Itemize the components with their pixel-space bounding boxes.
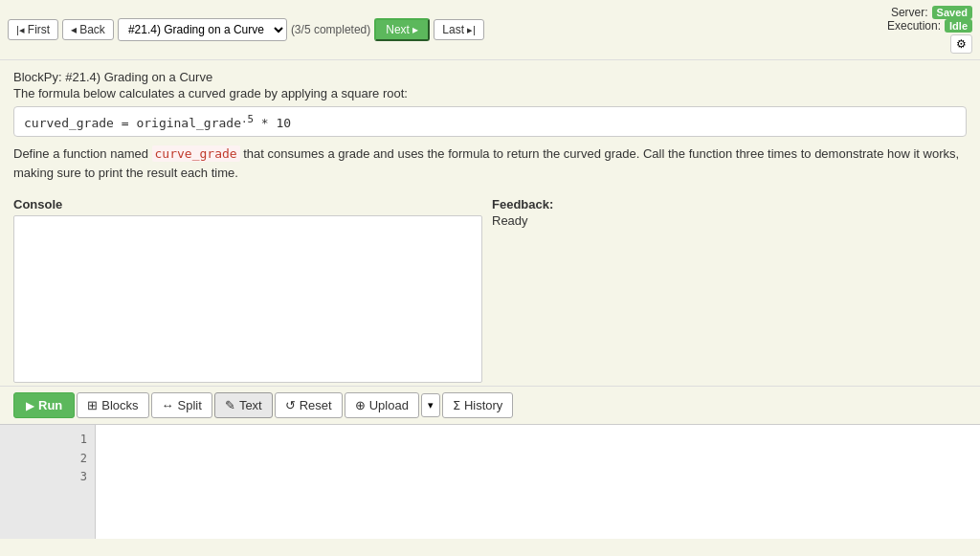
first-button[interactable]: |◂ First bbox=[8, 19, 58, 40]
split-label: Split bbox=[178, 398, 202, 412]
formula-text: curved_grade = original_grade bbox=[24, 116, 241, 130]
settings-button[interactable]: ⚙ bbox=[950, 34, 972, 54]
last-button[interactable]: Last ▸| bbox=[434, 19, 484, 40]
block-py-label: BlockPy: bbox=[13, 70, 62, 84]
first-icon: |◂ bbox=[16, 24, 25, 36]
feedback-section: Feedback: Ready bbox=[492, 197, 967, 386]
upload-icon bbox=[355, 398, 366, 412]
code-reference: curve_grade bbox=[152, 145, 240, 162]
text-label: Text bbox=[239, 398, 262, 412]
block-title: BlockPy: #21.4) Grading on a Curve bbox=[13, 70, 967, 84]
reset-button[interactable]: Reset bbox=[275, 392, 343, 418]
history-label: History bbox=[464, 398, 502, 412]
content-area: BlockPy: #21.4) Grading on a Curve The f… bbox=[0, 60, 980, 191]
server-status: Server: Saved Execution: Idle ⚙ bbox=[887, 6, 972, 54]
next-icon: ▸ bbox=[412, 23, 418, 36]
upload-button[interactable]: Upload bbox=[345, 392, 419, 418]
progress-label: (3/5 completed) bbox=[291, 23, 370, 36]
first-label: First bbox=[28, 23, 50, 36]
line-number-1: 1 bbox=[0, 431, 95, 449]
blocks-icon bbox=[87, 398, 98, 412]
back-button[interactable]: ◂ Back bbox=[62, 19, 114, 40]
text-icon bbox=[225, 398, 235, 412]
back-icon: ◂ bbox=[71, 23, 77, 36]
blocks-button[interactable]: Blocks bbox=[77, 392, 148, 418]
instruction-text: Define a function named curve_grade that… bbox=[13, 145, 967, 182]
history-icon bbox=[453, 398, 460, 412]
last-label: Last bbox=[442, 23, 464, 36]
history-button[interactable]: History bbox=[442, 392, 513, 418]
line-number-2: 2 bbox=[0, 450, 95, 468]
line-numbers: 1 2 3 bbox=[0, 425, 96, 539]
two-column-area: Console Feedback: Ready bbox=[0, 191, 980, 386]
last-icon: ▸| bbox=[467, 24, 476, 36]
blocks-label: Blocks bbox=[101, 398, 138, 412]
next-label: Next bbox=[386, 23, 410, 36]
back-label: Back bbox=[79, 23, 105, 36]
formula-sup: .5 bbox=[241, 113, 254, 125]
console-textarea[interactable] bbox=[13, 215, 482, 383]
step-select[interactable]: #21.4) Grading on a Curve bbox=[118, 18, 287, 41]
formula-rest: * 10 bbox=[254, 116, 291, 130]
play-icon bbox=[26, 398, 33, 412]
next-button[interactable]: Next ▸ bbox=[374, 18, 430, 41]
toolbar: Run Blocks Split Text Reset Upload ▾ His… bbox=[0, 386, 980, 424]
text-button[interactable]: Text bbox=[214, 392, 273, 418]
idle-badge: Idle bbox=[945, 19, 972, 33]
feedback-status: Ready bbox=[492, 213, 967, 228]
reset-icon bbox=[285, 398, 296, 412]
run-button[interactable]: Run bbox=[13, 392, 75, 418]
line-number-3: 3 bbox=[0, 468, 95, 486]
code-textarea[interactable] bbox=[96, 425, 980, 539]
saved-badge: Saved bbox=[932, 6, 972, 19]
console-section: Console bbox=[13, 197, 482, 386]
split-button[interactable]: Split bbox=[151, 392, 212, 418]
instruction-before: Define a function named bbox=[13, 146, 152, 161]
formula-box: curved_grade = original_grade.5 * 10 bbox=[13, 106, 967, 137]
block-subtitle: #21.4) Grading on a Curve bbox=[65, 70, 212, 84]
dropdown-arrow-icon: ▾ bbox=[428, 399, 434, 411]
run-label: Run bbox=[38, 398, 62, 412]
split-icon bbox=[162, 398, 174, 412]
formula-description: The formula below calculates a curved gr… bbox=[13, 86, 967, 100]
feedback-label: Feedback: bbox=[492, 197, 967, 211]
reset-label: Reset bbox=[300, 398, 332, 412]
upload-label: Upload bbox=[369, 398, 409, 412]
upload-dropdown-button[interactable]: ▾ bbox=[421, 393, 440, 417]
server-label: Server: bbox=[891, 6, 928, 19]
code-editor: 1 2 3 bbox=[0, 424, 980, 539]
execution-label: Execution: bbox=[887, 19, 941, 33]
console-label: Console bbox=[13, 197, 482, 211]
top-nav: |◂ First ◂ Back #21.4) Grading on a Curv… bbox=[0, 0, 980, 60]
settings-icon: ⚙ bbox=[956, 37, 967, 51]
